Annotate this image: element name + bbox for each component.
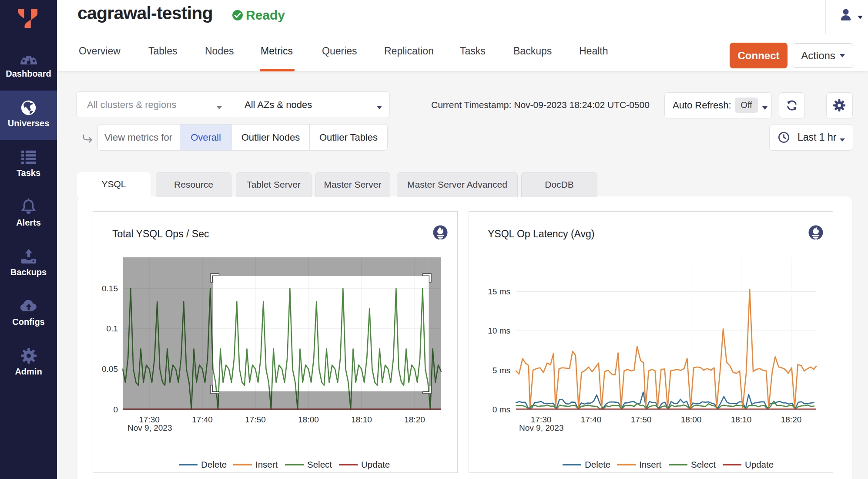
svg-text:Nov 9, 2023: Nov 9, 2023 (127, 423, 172, 432)
svg-text:17:50: 17:50 (631, 415, 652, 424)
svg-text:Select: Select (307, 459, 332, 469)
svg-text:0.1: 0.1 (107, 324, 118, 333)
svg-text:18:10: 18:10 (351, 415, 372, 424)
svg-text:18:20: 18:20 (404, 415, 425, 424)
svg-text:18:20: 18:20 (781, 415, 802, 424)
svg-text:Select: Select (691, 459, 716, 469)
svg-text:17:40: 17:40 (192, 415, 213, 424)
svg-text:18:00: 18:00 (298, 415, 319, 424)
svg-text:Total YSQL Ops / Sec: Total YSQL Ops / Sec (112, 228, 209, 239)
svg-text:Insert: Insert (255, 459, 278, 469)
svg-text:17:30: 17:30 (531, 415, 552, 424)
svg-text:15 ms: 15 ms (488, 287, 510, 296)
svg-text:Insert: Insert (639, 459, 662, 469)
svg-text:0.05: 0.05 (102, 364, 118, 374)
svg-text:18:00: 18:00 (681, 415, 702, 424)
svg-text:0: 0 (113, 405, 118, 414)
svg-text:Delete: Delete (585, 459, 610, 469)
svg-text:17:50: 17:50 (245, 415, 266, 424)
svg-text:0.15: 0.15 (102, 284, 118, 293)
svg-text:Nov 9, 2023: Nov 9, 2023 (519, 423, 563, 432)
svg-text:YSQL Op Latency (Avg): YSQL Op Latency (Avg) (488, 228, 594, 239)
svg-text:5 ms: 5 ms (493, 366, 510, 375)
svg-text:18:10: 18:10 (731, 415, 752, 424)
svg-text:Delete: Delete (201, 459, 227, 469)
svg-text:10 ms: 10 ms (488, 326, 510, 335)
svg-text:Update: Update (361, 459, 390, 469)
svg-text:17:30: 17:30 (139, 415, 160, 424)
svg-text:Update: Update (745, 459, 774, 469)
svg-text:17:40: 17:40 (581, 415, 602, 424)
svg-text:0 ms: 0 ms (493, 405, 510, 414)
